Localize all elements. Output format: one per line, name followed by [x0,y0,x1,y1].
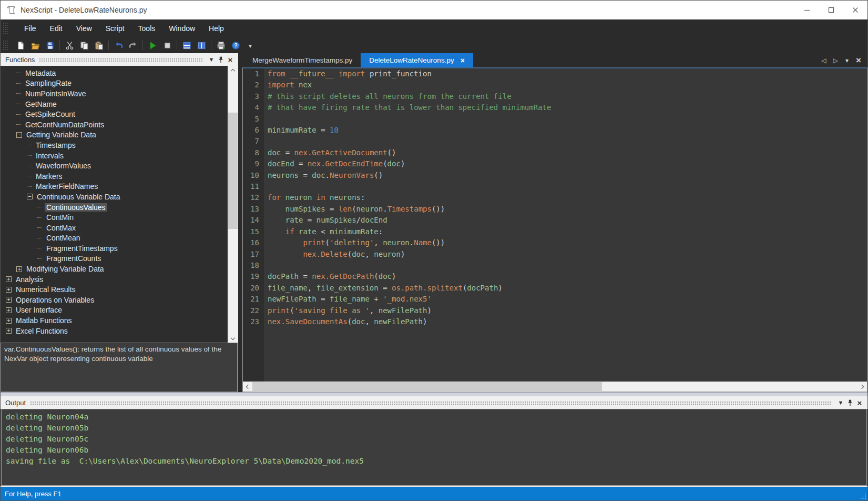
tree-item-operations-on-variables[interactable]: +Operations on Variables [1,295,228,305]
horizontal-splitter[interactable] [1,392,867,396]
tree-item-markers[interactable]: Markers [1,171,228,182]
tab-list-dropdown-icon[interactable]: ▾ [842,57,852,64]
output-close-icon[interactable]: × [855,398,864,407]
scrollbar-thumb[interactable] [252,382,602,391]
code-line-23[interactable]: 23nex.SaveDocumentAs(doc, newFilePath) [243,316,867,327]
tree-item-matlab-functions[interactable]: +Matlab Functions [1,315,228,326]
expand-icon[interactable]: + [6,297,12,303]
close-button[interactable] [843,1,867,19]
expand-icon[interactable]: + [6,318,12,324]
code-line-15[interactable]: 15 if rate < minimumRate: [243,226,867,237]
menu-item-window[interactable]: Window [162,22,202,35]
menu-item-script[interactable]: Script [99,22,131,35]
code-line-16[interactable]: 16 print('deleting', neuron.Name()) [243,237,867,248]
tree-item-analysis[interactable]: +Analysis [1,274,228,285]
minimize-button[interactable] [795,1,819,19]
code-line-11[interactable]: 11 [243,181,867,192]
editor-tab-1[interactable]: MergeWaveformTimestamps.py [244,53,361,67]
tree-item-samplingrate[interactable]: SamplingRate [1,78,228,89]
code-line-10[interactable]: 10neurons = doc.NeuronVars() [243,170,867,181]
toolbar-button-undo[interactable] [111,39,125,52]
tree-item-markerfieldnames[interactable]: MarkerFieldNames [1,182,228,192]
code-line-6[interactable]: 6minimumRate = 10 [243,125,867,136]
code-editor[interactable]: 1from __future__ import print_function2i… [242,67,867,392]
menu-item-view[interactable]: View [69,22,99,35]
tree-item-continuous-variable-data[interactable]: −Continuous Variable Data [1,192,228,202]
toolbar-button-split-horizontal[interactable] [180,39,193,52]
code-line-5[interactable]: 5 [243,114,867,125]
code-line-20[interactable]: 20file_name, file_extension = os.path.sp… [243,283,867,294]
scrollbar-thumb[interactable] [228,113,238,229]
expand-icon[interactable]: + [6,287,12,293]
menu-item-help[interactable]: Help [202,22,231,35]
toolbar-button-split-vertical[interactable] [195,39,208,52]
editor-horizontal-scrollbar[interactable] [243,382,867,392]
code-line-8[interactable]: 8doc = nex.GetActiveDocument() [243,147,867,158]
output-dropdown-icon[interactable]: ▼ [836,398,845,407]
menu-item-tools[interactable]: Tools [131,22,162,35]
toolbar-button-cut[interactable] [63,39,76,52]
tree-item-contmin[interactable]: ContMin [1,212,228,223]
tab-close-icon[interactable]: × [854,55,863,66]
functions-pin-icon[interactable] [216,55,226,64]
tree-item-getspikecount[interactable]: GetSpikeCount [1,109,228,119]
tree-item-user-interface[interactable]: +User Interface [1,305,228,316]
menu-item-edit[interactable]: Edit [43,22,69,35]
toolbar-button-redo[interactable] [126,39,140,52]
collapse-icon[interactable]: − [27,194,33,199]
menubar-grip[interactable] [3,22,8,35]
expand-icon[interactable]: + [16,266,22,272]
menu-item-file[interactable]: File [17,22,43,35]
tab-close-icon[interactable]: × [461,56,465,65]
toolbar-button-new-file[interactable] [14,39,27,52]
code-line-2[interactable]: 2import nex [243,79,867,91]
functions-dropdown-icon[interactable]: ▼ [207,55,216,64]
tab-scroll-right-icon[interactable]: ▷ [831,57,840,64]
code-line-7[interactable]: 7 [243,136,867,147]
toolbar-grip[interactable] [3,40,8,51]
code-line-12[interactable]: 12for neuron in neurons: [243,192,867,203]
output-pin-icon[interactable] [845,398,855,407]
tree-item-waveformvalues[interactable]: WaveformValues [1,161,228,171]
tree-item-modifying-variable-data[interactable]: +Modifying Variable Data [1,264,228,274]
tree-item-getname[interactable]: GetName [1,99,228,109]
toolbar-button-save-file[interactable] [43,39,57,52]
tree-item-contmean[interactable]: ContMean [1,233,228,244]
expand-icon[interactable]: + [6,328,12,334]
code-line-4[interactable]: 4# that have firing rate that is lower t… [243,102,867,113]
toolbar-button-more-dropdown[interactable]: ▼ [243,39,257,52]
toolbar-button-copy[interactable] [77,39,91,52]
tree-item-numpointsinwave[interactable]: NumPointsInWave [1,88,228,99]
scroll-left-icon[interactable] [243,382,252,392]
toolbar-button-help[interactable]: ? [229,39,242,52]
tree-item-fragmenttimestamps[interactable]: FragmentTimestamps [1,243,228,254]
functions-tree-scrollbar[interactable] [228,66,238,343]
code-line-3[interactable]: 3# this script deletes all neurons from … [243,91,867,102]
code-line-21[interactable]: 21newFilePath = file_name + '_mod.nex5' [243,294,867,305]
tree-item-excel-functions[interactable]: +Excel Functions [1,326,228,336]
toolbar-button-print[interactable] [214,39,228,52]
toolbar-button-open-file[interactable] [28,39,42,52]
editor-tab-2[interactable]: DeleteLowRateNeurons.py× [361,53,473,67]
code-line-1[interactable]: 1from __future__ import print_function [243,68,867,79]
tree-item-continuousvalues[interactable]: ContinuousValues [1,202,228,213]
tree-item-getting-variable-data[interactable]: −Getting Variable Data [1,130,228,141]
code-line-22[interactable]: 22print('saving file as ', newFilePath) [243,305,867,316]
maximize-button[interactable] [819,1,843,19]
tree-item-contmax[interactable]: ContMax [1,223,228,233]
code-line-18[interactable]: 18 [243,260,867,271]
collapse-icon[interactable]: − [16,132,22,138]
code-line-19[interactable]: 19docPath = nex.GetDocPath(doc) [243,271,867,282]
toolbar-button-paste[interactable] [92,39,106,52]
expand-icon[interactable]: + [6,276,12,282]
tree-item-getcontnumdatapoints[interactable]: GetContNumDataPoints [1,119,228,130]
code-line-9[interactable]: 9docEnd = nex.GetDocEndTime(doc) [243,158,867,169]
expand-icon[interactable]: + [6,307,12,313]
tree-item-numerical-results[interactable]: +Numerical Results [1,284,228,295]
code-line-17[interactable]: 17 nex.Delete(doc, neuron) [243,249,867,260]
resize-grip[interactable] [860,493,866,499]
tree-item-fragmentcounts[interactable]: FragmentCounts [1,254,228,264]
code-line-14[interactable]: 14 rate = numSpikes/docEnd [243,215,867,226]
tree-item-timestamps[interactable]: Timestamps [1,140,228,151]
tree-item-metadata[interactable]: Metadata [1,68,228,78]
